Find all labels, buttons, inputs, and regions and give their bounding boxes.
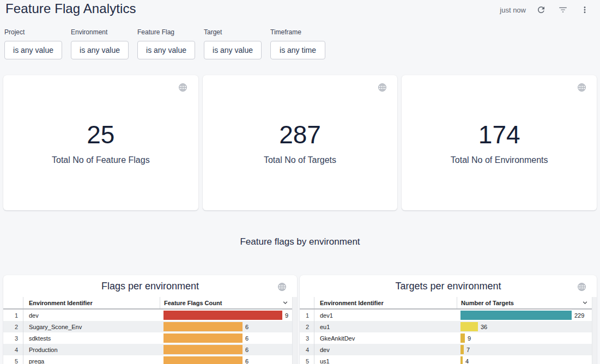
bar — [163, 356, 243, 364]
row-index: 3 — [300, 332, 314, 344]
row-measure-cell: 6 — [160, 344, 297, 355]
section-title: Feature flags by environment — [0, 236, 600, 247]
row-environment: dev1 — [314, 310, 457, 321]
row-index: 4 — [300, 344, 314, 355]
kpi-tile-environments: 174 Total No of Environments — [402, 75, 597, 210]
kpi-tile-targets: 287 Total No of Targets — [203, 75, 398, 210]
filter-value-button[interactable]: is any value — [71, 41, 129, 59]
bar-value: 36 — [481, 324, 487, 330]
row-environment: eu1 — [314, 321, 457, 332]
filter-value-button[interactable]: is any value — [4, 41, 62, 59]
bar — [460, 333, 465, 343]
tile-actions-button[interactable] — [275, 280, 288, 293]
globe-icon — [577, 82, 587, 93]
column-header-measure[interactable]: Number of Targets — [457, 297, 592, 308]
bar — [460, 311, 572, 320]
globe-icon — [377, 82, 387, 93]
table-row[interactable]: 2eu136 — [300, 321, 597, 332]
row-environment: dev — [23, 310, 160, 321]
page-title: Feature Flag Analytics — [5, 1, 136, 16]
row-index: 5 — [300, 355, 314, 364]
kpi-value: 287 — [203, 120, 398, 149]
table-row[interactable]: 3sdktests6 — [3, 332, 297, 344]
table-row[interactable]: 3GkeAnkitDev9 — [300, 332, 597, 344]
table-row[interactable]: 4dev7 — [300, 344, 597, 355]
refresh-button[interactable] — [534, 2, 549, 17]
filter-value-button[interactable]: is any value — [204, 41, 262, 59]
column-header-identifier[interactable]: Environment Identifier — [314, 297, 457, 308]
filter-label: Feature Flag — [137, 28, 195, 36]
table-row[interactable]: 5us14 — [300, 355, 597, 364]
table-header: Environment Identifier Feature Flags Cou… — [3, 297, 292, 310]
more-vert-icon — [580, 5, 590, 15]
filter-value-button[interactable]: is any value — [137, 41, 195, 59]
filter-label: Timeframe — [270, 28, 325, 36]
tile-actions-button[interactable] — [375, 81, 389, 94]
column-menu-button[interactable] — [581, 299, 589, 307]
filter-value-button[interactable]: is any time — [270, 41, 325, 59]
row-environment: us1 — [314, 355, 457, 364]
row-measure-cell: 9 — [160, 310, 297, 321]
row-measure-cell: 229 — [457, 310, 597, 321]
globe-icon — [178, 82, 188, 93]
tile-title: Targets per environment — [300, 275, 597, 297]
bar-value: 9 — [285, 312, 288, 319]
row-measure-cell: 36 — [457, 321, 597, 332]
row-measure-cell: 7 — [457, 344, 597, 355]
row-index: 5 — [3, 355, 23, 364]
row-environment: sdktests — [23, 332, 160, 344]
filter-icon — [558, 5, 568, 15]
filter-target: Target is any value — [204, 28, 262, 59]
index-column-header — [3, 297, 23, 308]
filter-label: Project — [4, 28, 62, 36]
row-measure-cell: 6 — [160, 332, 297, 344]
globe-icon — [277, 282, 287, 292]
kpi-tile-feature-flags: 25 Total No of Feature Flags — [3, 75, 198, 210]
bar-value: 229 — [574, 312, 584, 319]
column-header-measure[interactable]: Feature Flags Count — [160, 297, 292, 308]
more-options-button[interactable] — [577, 2, 592, 17]
globe-icon — [577, 282, 587, 292]
row-environment: dev — [314, 344, 457, 355]
table-row[interactable]: 5prega6 — [3, 355, 297, 364]
row-measure-cell: 4 — [457, 355, 597, 364]
bar-value: 7 — [466, 347, 470, 353]
tile-targets-per-environment: Targets per environment Environment Iden… — [300, 275, 597, 364]
row-index: 1 — [300, 310, 314, 321]
filter-feature-flag: Feature Flag is any value — [137, 28, 195, 59]
table-row[interactable]: 2Sugary_Scone_Env6 — [3, 321, 297, 332]
row-environment: Production — [23, 344, 160, 355]
bar — [460, 345, 464, 354]
row-measure-cell: 9 — [457, 332, 597, 344]
column-header-identifier[interactable]: Environment Identifier — [23, 297, 160, 308]
kpi-value: 25 — [3, 120, 198, 149]
kpi-value: 174 — [402, 120, 597, 149]
last-refresh-time: just now — [500, 6, 526, 14]
column-menu-button[interactable] — [281, 299, 289, 307]
row-index: 4 — [3, 344, 23, 355]
bar-value: 6 — [245, 335, 249, 342]
row-index: 1 — [3, 310, 23, 321]
tile-actions-button[interactable] — [177, 81, 190, 94]
dashboard-filters-button[interactable] — [555, 2, 571, 17]
tile-actions-button[interactable] — [575, 280, 588, 293]
bar-value: 6 — [245, 347, 249, 353]
table-row[interactable]: 1dev9 — [3, 310, 297, 321]
tile-actions-button[interactable] — [575, 81, 588, 94]
table-body: 1dev12292eu1363GkeAnkitDev94dev75us14 — [300, 310, 597, 364]
bar — [163, 333, 243, 343]
table-row[interactable]: 1dev1229 — [300, 310, 597, 321]
bar-value: 6 — [245, 324, 249, 330]
table-row[interactable]: 4Production6 — [3, 344, 297, 355]
tables-row: Flags per environment Environment Identi… — [3, 275, 597, 364]
row-index: 2 — [3, 321, 23, 332]
row-measure-cell: 6 — [160, 321, 297, 332]
bar-value: 4 — [465, 358, 469, 364]
filter-timeframe: Timeframe is any time — [270, 28, 325, 59]
filter-label: Target — [204, 28, 262, 36]
row-environment: Sugary_Scone_Env — [23, 321, 160, 332]
bar-value: 9 — [468, 335, 471, 342]
bar — [163, 322, 243, 331]
dashboard: Feature Flag Analytics just now Project … — [0, 0, 600, 364]
bar — [163, 311, 282, 320]
